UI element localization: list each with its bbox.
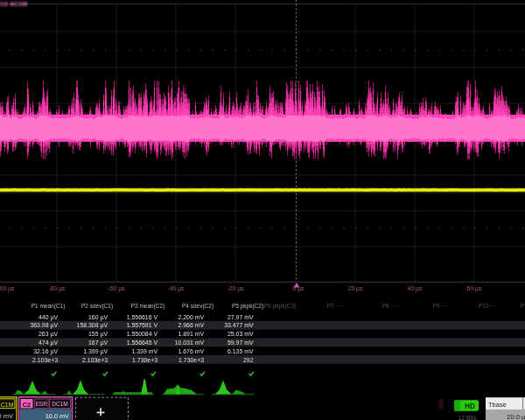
svg-text:2.966 mV: 2.966 mV	[178, 322, 205, 328]
svg-text:P1 mean(C1): P1 mean(C1)	[32, 303, 66, 310]
svg-text:1.339 mV: 1.339 mV	[132, 348, 158, 354]
svg-text:-40 µs: -40 µs	[167, 285, 185, 292]
svg-text:263 µV: 263 µV	[38, 331, 58, 338]
svg-text:6.135 mV: 6.135 mV	[228, 348, 254, 354]
svg-text:363.98 µV: 363.98 µV	[30, 322, 58, 329]
svg-text:32.16 µV: 32.16 µV	[33, 348, 58, 355]
svg-text:-100 µs: -100 µs	[0, 285, 15, 292]
svg-text:-20 µs: -20 µs	[227, 285, 244, 292]
svg-text:20 µs: 20 µs	[348, 285, 363, 292]
svg-text:P8 ····: P8 ····	[382, 303, 398, 309]
svg-text:2.200 mV: 2.200 mV	[178, 314, 205, 320]
svg-text:P9 ····: P9 ····	[433, 303, 449, 309]
svg-text:-60 µs: -60 µs	[108, 285, 125, 292]
svg-text:DC1M: DC1M	[52, 401, 68, 407]
svg-text:1.556645 V: 1.556645 V	[127, 340, 158, 346]
svg-text:1.557591 V: 1.557591 V	[127, 322, 158, 328]
svg-text:60 µs: 60 µs	[467, 285, 482, 292]
svg-text:33.477 mV: 33.477 mV	[224, 322, 254, 328]
svg-text:Tbase: Tbase	[488, 401, 507, 409]
svg-text:P5 pkpk(C2): P5 pkpk(C2)	[232, 303, 263, 310]
svg-text:440 µV: 440 µV	[38, 314, 58, 321]
svg-text:ESR: ESR	[35, 401, 47, 407]
svg-text:1.399 µV: 1.399 µV	[83, 348, 108, 355]
svg-text:1.676 mV: 1.676 mV	[178, 348, 205, 354]
svg-text:HD: HD	[465, 402, 475, 410]
svg-text:1.550084 V: 1.550084 V	[127, 331, 158, 337]
svg-text:1.730e+3: 1.730e+3	[132, 357, 158, 363]
svg-text:292: 292	[243, 357, 254, 363]
svg-text:P2 sdev(C1): P2 sdev(C1)	[81, 303, 113, 310]
svg-text:0 mV: 0 mV	[0, 412, 13, 420]
svg-text:25.03 mV: 25.03 mV	[228, 331, 254, 337]
svg-text:C1M: C1M	[1, 402, 14, 408]
svg-text:1.556616 V: 1.556616 V	[127, 314, 158, 320]
svg-text:-80 µs: -80 µs	[48, 285, 66, 292]
svg-text:59.97 mV: 59.97 mV	[228, 340, 254, 346]
svg-text:1.891 mV: 1.891 mV	[178, 331, 205, 337]
svg-text:P3 mean(C2): P3 mean(C2)	[131, 303, 165, 310]
svg-text:155 µV: 155 µV	[88, 331, 108, 338]
svg-text:167 µV: 167 µV	[88, 340, 108, 346]
svg-text:474 µV: 474 µV	[38, 340, 58, 346]
svg-text:P4 sdev(C2): P4 sdev(C2)	[182, 303, 214, 310]
svg-text:10.031 mV: 10.031 mV	[175, 340, 205, 346]
svg-text:P7 ····: P7 ····	[327, 303, 343, 309]
svg-text:P10 ····: P10 ····	[479, 303, 498, 309]
svg-text:C2 AC1M: C2 AC1M	[0, 0, 27, 8]
svg-text:160 µV: 160 µV	[88, 314, 108, 321]
svg-text:20.0 µs: 20.0 µs	[507, 413, 525, 420]
svg-text:40 µs: 40 µs	[408, 285, 423, 292]
svg-text:2.103e+3: 2.103e+3	[32, 357, 58, 363]
svg-text:158.308 µV: 158.308 µV	[77, 322, 108, 329]
svg-text:27.97 mV: 27.97 mV	[228, 314, 254, 320]
svg-text:C2: C2	[23, 401, 32, 409]
svg-text:P6 pkpk(C3): P6 pkpk(C3)	[264, 303, 296, 310]
svg-text:12 Bits: 12 Bits	[458, 415, 477, 420]
svg-text:P: P	[521, 303, 524, 309]
svg-text:10.0 mV: 10.0 mV	[46, 412, 69, 420]
svg-text:1.730e+3: 1.730e+3	[178, 357, 204, 363]
svg-text:2.103e+3: 2.103e+3	[82, 357, 108, 363]
